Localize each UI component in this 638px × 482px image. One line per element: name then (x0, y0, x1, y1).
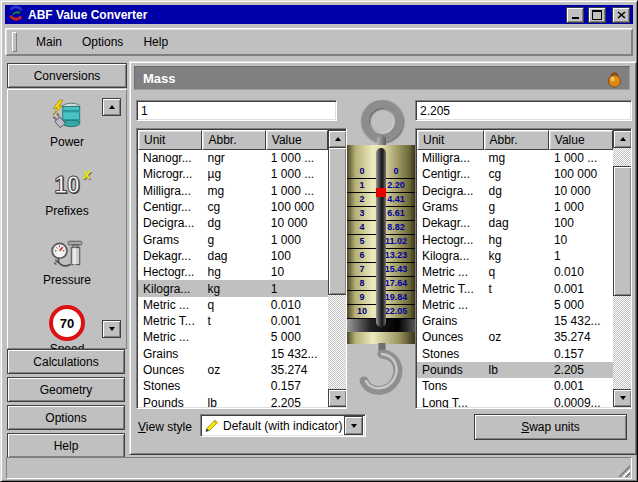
table-row[interactable]: Tons 0.001 (417, 378, 613, 394)
table-row[interactable]: Grams g 1 000 (417, 199, 613, 215)
table-row[interactable]: Kilogra... kg 1 (138, 280, 328, 296)
table-row[interactable]: Metric ... 5 000 (417, 297, 613, 313)
table-row[interactable]: Grains 15 432... (417, 313, 613, 329)
table-row[interactable]: Grams g 1 000 (138, 231, 328, 247)
left-table-scrollbar[interactable] (328, 130, 345, 407)
table-row[interactable]: Grains 15 432... (138, 346, 328, 362)
column-header-unit[interactable]: Unit (417, 130, 484, 150)
table-row[interactable]: Stones 0.157 (417, 346, 613, 362)
column-header-abbr[interactable]: Abbr. (202, 130, 265, 150)
category-item-power[interactable]: Power (50, 94, 84, 163)
left-table-body: Nanogr... ngr 1 000 ... Microgr... µg 1 … (138, 150, 328, 407)
category-label: Power (50, 135, 84, 149)
arrow-down-icon (109, 327, 115, 331)
table-row[interactable]: Centigr... cg 100 000 (138, 199, 328, 215)
view-style-select[interactable]: Default (with indicator) (200, 414, 366, 437)
app-window: ABF Value Converter MainOptionsHelp Conv… (0, 0, 638, 482)
close-button[interactable] (612, 7, 630, 23)
right-unit-table: Unit Abbr. Value Milligra... mg 1 000 ..… (415, 128, 632, 409)
left-unit-table: Unit Abbr. Value Nanogr... ngr 1 000 ...… (136, 128, 347, 409)
right-table-header: Unit Abbr. Value (417, 130, 613, 150)
table-row[interactable]: Dekagr... dag 100 (138, 248, 328, 264)
page-title-bar: Mass (134, 66, 630, 90)
category-scroll-down-button[interactable] (102, 320, 121, 338)
table-row[interactable]: Centigr... cg 100 000 (417, 166, 613, 182)
minimize-button[interactable] (566, 7, 584, 23)
table-row[interactable]: Pounds lb 2.205 (138, 394, 328, 409)
category-panel: Power 10x Prefixes (7, 89, 127, 349)
scroll-up-button[interactable] (613, 130, 632, 148)
table-row[interactable]: Dekagr... dag 100 (417, 215, 613, 231)
scrollbar-thumb[interactable] (613, 166, 632, 296)
scroll-down-button[interactable] (328, 389, 347, 407)
table-row[interactable]: Kilogra... kg 1 (417, 248, 613, 264)
sidebar-nav-button[interactable]: Calculations (7, 349, 125, 374)
menu-grip-handle[interactable] (12, 32, 17, 52)
table-row[interactable]: Metric ... q 0.010 (417, 264, 613, 280)
table-row[interactable]: Ounces oz 35.274 (417, 329, 613, 345)
spring-scale-indicator: 0 0 1 2.20 2 4.41 3 6.6 (346, 96, 416, 446)
view-style-value: Default (with indicator) (220, 419, 344, 433)
table-row[interactable]: Long T... 0.0009... (417, 394, 613, 409)
arrow-up-icon (620, 137, 626, 141)
close-icon (617, 11, 626, 19)
scrollbar-thumb[interactable] (328, 147, 347, 295)
sidebar-nav-button[interactable]: Geometry (7, 377, 125, 402)
left-table-header: Unit Abbr. Value (138, 130, 328, 150)
scale-rod (376, 148, 386, 327)
category-item-prefixes[interactable]: 10x Prefixes (45, 163, 88, 232)
category-label: Pressure (43, 273, 91, 287)
category-item-pressure[interactable]: Pressure (43, 232, 91, 301)
sidebar: Conversions (7, 61, 125, 453)
table-row[interactable]: Metric ... 5 000 (138, 329, 328, 345)
table-row[interactable]: Stones 0.157 (138, 378, 328, 394)
maximize-button[interactable] (588, 7, 606, 23)
menu-item[interactable]: Help (133, 32, 178, 52)
table-row[interactable]: Metric ... q 0.010 (138, 297, 328, 313)
table-row[interactable]: Milligra... mg 1 000 ... (417, 150, 613, 166)
table-row[interactable]: Decigra... dg 10 000 (138, 215, 328, 231)
menu-item[interactable]: Main (26, 32, 72, 52)
table-row[interactable]: Metric T... t 0.001 (417, 280, 613, 296)
page-title: Mass (143, 71, 176, 86)
scroll-down-button[interactable] (613, 389, 632, 407)
table-row[interactable]: Metric T... t 0.001 (138, 313, 328, 329)
table-row[interactable]: Hectogr... hg 10 (417, 231, 613, 247)
conversions-button[interactable]: Conversions (7, 63, 127, 88)
main-panel: Mass Unit Abbr. Value Na (129, 61, 637, 455)
ten-power-x-icon: 10x (54, 167, 80, 203)
menu-bar: MainOptionsHelp (5, 28, 633, 56)
table-row[interactable]: Decigra... dg 10 000 (417, 183, 613, 199)
weight-icon (607, 70, 622, 91)
window-title: ABF Value Converter (28, 8, 562, 22)
title-bar: ABF Value Converter (5, 5, 633, 24)
sidebar-nav-button[interactable]: Options (7, 405, 125, 430)
status-bar (6, 457, 632, 479)
right-table-scrollbar[interactable] (613, 130, 630, 407)
menu-items: MainOptionsHelp (26, 35, 178, 49)
right-value-input[interactable] (415, 100, 632, 121)
table-row[interactable]: Pounds lb 2.205 (417, 362, 613, 378)
combo-dropdown-button[interactable] (344, 416, 363, 435)
resize-grip[interactable] (618, 465, 630, 477)
left-value-input[interactable] (136, 100, 337, 121)
table-row[interactable]: Microgr... µg 1 000 ... (138, 166, 328, 182)
table-row[interactable]: Ounces oz 35.274 (138, 362, 328, 378)
column-header-value[interactable]: Value (266, 130, 328, 150)
column-header-value[interactable]: Value (549, 130, 613, 150)
table-row[interactable]: Milligra... mg 1 000 ... (138, 183, 328, 199)
column-header-unit[interactable]: Unit (138, 130, 202, 150)
category-label: Prefixes (45, 204, 88, 218)
scroll-up-button[interactable] (328, 130, 347, 148)
battery-plug-icon (50, 98, 84, 134)
table-row[interactable]: Nanogr... ngr 1 000 ... (138, 150, 328, 166)
swap-units-button[interactable]: Swap units (474, 414, 627, 440)
column-header-abbr[interactable]: Abbr. (484, 130, 549, 150)
arrow-down-icon (620, 396, 626, 400)
sidebar-nav-buttons: CalculationsGeometryOptionsHelp (7, 349, 125, 458)
menu-item[interactable]: Options (72, 32, 133, 52)
table-row[interactable]: Hectogr... hg 10 (138, 264, 328, 280)
speed-limit-sign-icon: 70 (49, 305, 85, 341)
app-icon (8, 5, 24, 24)
sidebar-nav-button[interactable]: Help (7, 433, 125, 458)
